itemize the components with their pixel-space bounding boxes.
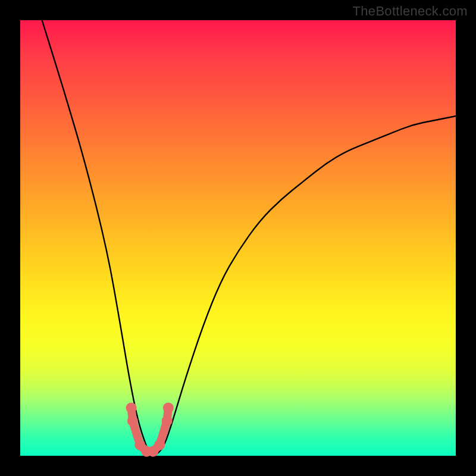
marker-dot	[163, 402, 174, 413]
chart-frame: TheBottleneck.com	[0, 0, 476, 476]
marker-cluster	[126, 402, 174, 456]
marker-dot	[126, 402, 137, 413]
marker-dot	[127, 415, 138, 426]
chart-svg	[20, 20, 456, 456]
marker-dot	[154, 440, 165, 450]
bottleneck-curve	[42, 20, 456, 456]
watermark-text: TheBottleneck.com	[353, 4, 468, 19]
marker-dot	[162, 415, 173, 426]
plot-area	[20, 20, 456, 456]
